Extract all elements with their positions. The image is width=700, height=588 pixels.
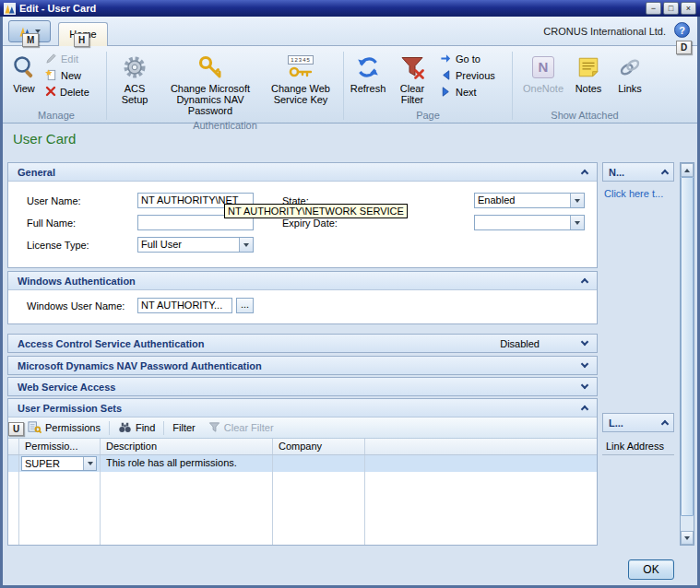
ribbon-group-manage: View Edit New Delete bbox=[8, 49, 104, 123]
ribbon-tab-row: Home CRONUS International Ltd. ? bbox=[3, 17, 697, 46]
filter-button[interactable]: Filter bbox=[166, 419, 201, 437]
links-button[interactable]: Links bbox=[611, 51, 649, 97]
windows-auth-section-header[interactable]: Windows Authentication bbox=[8, 272, 597, 290]
new-label: New bbox=[61, 70, 81, 81]
notes-factbox-header[interactable]: N... bbox=[602, 162, 674, 182]
view-label: View bbox=[13, 83, 35, 94]
scroll-down-button[interactable] bbox=[681, 531, 694, 545]
general-section-header[interactable]: General bbox=[8, 163, 597, 182]
grid-line bbox=[364, 472, 365, 545]
new-button[interactable]: New bbox=[42, 67, 93, 84]
manage-group-label: Manage bbox=[8, 109, 104, 123]
collapse-chevron-icon[interactable] bbox=[581, 170, 588, 177]
state-dropdown[interactable]: Enabled bbox=[474, 193, 585, 208]
permission-sets-header[interactable]: User Permission Sets bbox=[8, 399, 597, 417]
permission-set-combo[interactable]: SUPER bbox=[21, 456, 97, 471]
section-web-service-access[interactable]: Web Service Access bbox=[7, 377, 598, 396]
expiry-date-dropdown[interactable] bbox=[474, 215, 585, 230]
collapse-chevron-icon[interactable] bbox=[661, 170, 669, 177]
license-type-combo[interactable]: Full User bbox=[137, 237, 254, 253]
description-column-header[interactable]: Description bbox=[101, 439, 273, 454]
section-acs-authentication[interactable]: Access Control Service Authentication Di… bbox=[7, 334, 598, 353]
next-button[interactable]: Next bbox=[436, 84, 499, 100]
onenote-button[interactable]: N OneNote bbox=[520, 51, 566, 97]
table-row[interactable]: SUPER This role has all permissions. bbox=[8, 455, 597, 472]
state-dropdown-button[interactable] bbox=[570, 194, 584, 207]
browse-button[interactable]: ... bbox=[236, 298, 254, 313]
permission-set-column-header[interactable]: Permissio... bbox=[19, 439, 101, 454]
title-bar: Edit - User Card − □ × bbox=[0, 0, 700, 17]
acs-section-title: Access Control Service Authentication bbox=[18, 338, 205, 349]
section-user-permission-sets: User Permission Sets Permissions Find Fi… bbox=[7, 398, 598, 546]
table-header-row: Permissio... Description Company bbox=[8, 439, 597, 455]
scrollbar-thumb[interactable] bbox=[681, 177, 694, 516]
description-cell[interactable]: This role has all permissions. bbox=[101, 455, 273, 472]
company-column-header[interactable]: Company bbox=[273, 439, 365, 454]
change-password-label: Change Microsoft Dynamics NAV Password bbox=[165, 83, 255, 116]
help-button[interactable]: ? bbox=[674, 22, 690, 38]
expiry-date-label: Expiry Date: bbox=[282, 218, 338, 229]
edit-button[interactable]: Edit bbox=[42, 51, 93, 67]
collapse-chevron-icon[interactable] bbox=[661, 420, 669, 428]
collapse-chevron-icon[interactable] bbox=[581, 406, 588, 413]
permission-dropdown-button[interactable] bbox=[83, 457, 96, 470]
acs-setup-button[interactable]: ACS Setup bbox=[111, 51, 159, 108]
page-group-label: Page bbox=[346, 109, 510, 123]
minimize-button[interactable]: − bbox=[646, 2, 661, 15]
notes-button[interactable]: Notes bbox=[569, 51, 608, 97]
view-button[interactable]: View bbox=[8, 51, 40, 97]
state-value: Enabled bbox=[475, 194, 570, 207]
small-funnel-icon bbox=[208, 421, 220, 435]
row-selector-header bbox=[8, 439, 19, 454]
find-button[interactable]: Find bbox=[112, 419, 161, 437]
clear-filter-icon bbox=[399, 53, 425, 81]
binoculars-icon bbox=[118, 420, 132, 436]
keytip-home-tab: H bbox=[74, 33, 89, 47]
expand-chevron-icon[interactable] bbox=[581, 360, 588, 368]
company-cell[interactable] bbox=[273, 455, 365, 472]
links-icon bbox=[618, 53, 642, 81]
permission-sets-table: Permissio... Description Company SUPER T… bbox=[8, 439, 597, 545]
change-web-service-key-button[interactable]: 12345 Change Web Service Key bbox=[262, 51, 339, 108]
collapse-chevron-icon[interactable] bbox=[581, 278, 588, 286]
notes-create-link[interactable]: Click here t... bbox=[604, 188, 663, 199]
license-dropdown-button[interactable] bbox=[239, 238, 253, 252]
clear-filter-toolbar-button[interactable]: Clear Filter bbox=[202, 419, 280, 437]
previous-button[interactable]: Previous bbox=[436, 67, 499, 84]
permissions-menu-button[interactable]: Permissions bbox=[21, 419, 107, 437]
expand-chevron-icon[interactable] bbox=[581, 338, 588, 346]
expiry-dropdown-button[interactable] bbox=[570, 216, 584, 229]
onenote-icon: N bbox=[532, 53, 554, 81]
change-password-button[interactable]: Change Microsoft Dynamics NAV Password bbox=[162, 51, 258, 119]
general-section-title: General bbox=[18, 167, 55, 178]
close-button[interactable]: × bbox=[681, 2, 696, 15]
permission-set-cell[interactable]: SUPER bbox=[19, 455, 101, 472]
nav-password-section-title: Microsoft Dynamics NAV Password Authenti… bbox=[18, 360, 262, 371]
delete-button[interactable]: Delete bbox=[42, 84, 93, 100]
windows-user-name-field[interactable]: NT AUTHORITY... bbox=[137, 298, 232, 313]
delete-label: Delete bbox=[60, 87, 89, 98]
refresh-button[interactable]: Refresh bbox=[346, 51, 390, 97]
permissions-icon bbox=[28, 420, 42, 436]
row-selector-cell[interactable] bbox=[8, 455, 19, 472]
section-nav-password-authentication[interactable]: Microsoft Dynamics NAV Password Authenti… bbox=[7, 356, 598, 375]
scroll-up-button[interactable] bbox=[681, 163, 694, 177]
table-empty-area[interactable] bbox=[8, 472, 597, 545]
user-name-label: User Name: bbox=[27, 195, 81, 206]
webkey-number-text: 12345 bbox=[288, 55, 314, 65]
vertical-scrollbar[interactable] bbox=[680, 162, 694, 546]
onenote-letter: N bbox=[532, 56, 554, 78]
maximize-button[interactable]: □ bbox=[663, 2, 679, 15]
license-type-label: License Type: bbox=[27, 240, 89, 251]
ok-button[interactable]: OK bbox=[628, 559, 674, 580]
links-factbox-header[interactable]: L... bbox=[602, 413, 674, 432]
change-web-service-key-label: Change Web Service Key bbox=[265, 83, 337, 105]
permission-set-value: SUPER bbox=[22, 457, 83, 470]
grid-line bbox=[100, 472, 101, 545]
clear-filter-button[interactable]: Clear Filter bbox=[392, 51, 433, 108]
goto-button[interactable]: Go to bbox=[436, 51, 499, 67]
chevron-down-icon bbox=[88, 462, 93, 465]
group-separator bbox=[343, 52, 344, 120]
expand-chevron-icon[interactable] bbox=[581, 382, 588, 389]
chevron-down-icon bbox=[243, 243, 249, 247]
